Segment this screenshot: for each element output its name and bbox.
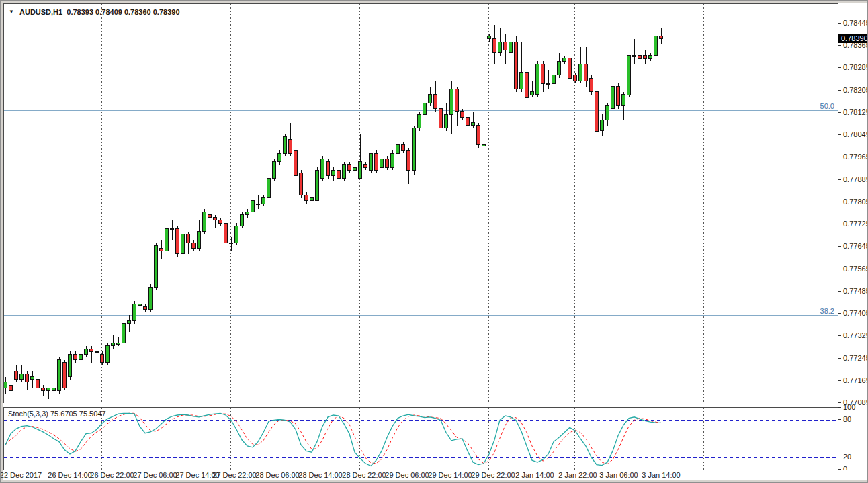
candle [257,195,260,210]
candle-body-bull [149,288,153,310]
candle-body-bear [455,89,459,112]
indicator-label: Stoch(5,3,3) 75.6705 75.5047 [8,410,106,418]
candle [644,50,647,64]
candle [520,42,523,92]
candle-body-bull [531,92,534,95]
candle-body-bull [262,198,265,204]
candle-body-bull [649,56,652,58]
candle [310,195,314,210]
candle [321,156,324,181]
symbol-dropdown-icon[interactable]: ▼ [7,7,16,17]
candle-body-bull [106,346,110,363]
price-axis[interactable]: 0.784450.783650.782850.782050.781250.780… [838,3,868,480]
price-axis-label: 0.78045 [838,130,868,138]
candle [654,28,658,58]
candle [63,360,67,391]
candle [541,61,545,92]
axis-tick [838,269,841,269]
candle [493,25,496,64]
indicator-pane[interactable]: Stoch(5,3,3) 75.6705 75.5047 [3,407,839,470]
candle-body-bull [563,58,566,61]
candle [343,162,346,181]
candle-body-bull [31,377,34,380]
candle-body-bull [536,64,539,95]
candle-body-bear [176,228,179,253]
candle-body-bull [257,204,260,205]
candle [165,226,169,254]
candle [536,61,539,97]
candle [305,192,308,204]
candle [246,209,249,217]
candle-body-bear [402,145,405,150]
candle [192,240,196,251]
candle-body-bull [230,243,233,244]
price-axis-label: 0.77485 [838,287,868,295]
candle [558,53,561,78]
candle-body-bear [574,75,577,81]
candle [348,162,351,173]
candle [262,195,265,207]
candle [370,153,373,173]
price-axis-label: 0.78205 [838,86,868,94]
candle-body-bear [477,126,480,145]
candle-body-bull [117,343,120,345]
axis-tick [838,45,841,46]
candle [622,92,625,120]
candle-body-bull [20,374,24,379]
candle [574,73,577,84]
candle [176,226,179,257]
candle-body-bear [327,162,330,176]
main-chart-pane[interactable]: 50.038.2 ▼ AUDUSD,H1 0.78393 0.78409 0.7… [3,3,839,404]
candle-body-bull [498,42,502,53]
indicator-axis-label: 80 [838,415,868,423]
candle-body-bear [617,87,620,106]
price-axis-label: 0.78445 [838,19,868,27]
candle-body-bear [461,112,464,117]
axis-tick [838,291,841,292]
candle [251,198,255,215]
candle [327,159,330,179]
price-axis-label: 0.77245 [838,354,868,362]
candle [579,47,582,83]
candle [525,64,529,109]
price-axis-label: 0.77965 [838,152,868,161]
candle [160,240,163,259]
chart-title-text: AUDUSD,H1 0.78393 0.78409 0.78360 0.7839… [19,8,180,16]
candle [337,167,341,181]
candle-body-bull [79,354,83,359]
candle-body-bear [192,243,196,248]
candle-body-bull [321,159,324,179]
axis-tick [838,469,841,470]
candle [122,320,126,345]
time-axis-label: 26 Dec 14:00 [48,471,91,479]
candle-body-bear [305,195,308,201]
time-axis[interactable]: 22 Dec 201726 Dec 14:0026 Dec 22:0027 De… [3,470,868,480]
candle-body-bull [128,320,131,323]
candle [69,351,72,380]
candle-body-bull [332,170,335,175]
candle [171,220,174,240]
candle [90,346,93,363]
time-axis-label: 28 Dec 06:00 [255,471,299,479]
price-axis-label: 0.77885 [838,175,868,183]
candle [198,220,201,251]
time-axis-label: 2 Jan 14:00 [515,471,554,479]
candle-body-bull [654,36,658,56]
candle-body-bear [144,307,147,310]
candle-body-bull [391,153,394,167]
candle-body-bear [74,354,77,359]
candle-body-bull [627,56,631,95]
axis-tick [838,419,841,420]
price-axis-label: 0.78285 [838,63,868,71]
candle [42,385,45,396]
indicator-axis-label: 100 [838,403,868,411]
candle-body-bull [241,215,244,226]
candle [353,156,357,173]
candle-body-bear [584,64,588,81]
candle [112,335,115,349]
candle-body-bull [579,64,582,81]
candle-body-bull [316,170,319,201]
candle-body-bear [90,349,93,351]
candle-body-bull [359,162,362,179]
indicator-canvas [4,408,838,470]
